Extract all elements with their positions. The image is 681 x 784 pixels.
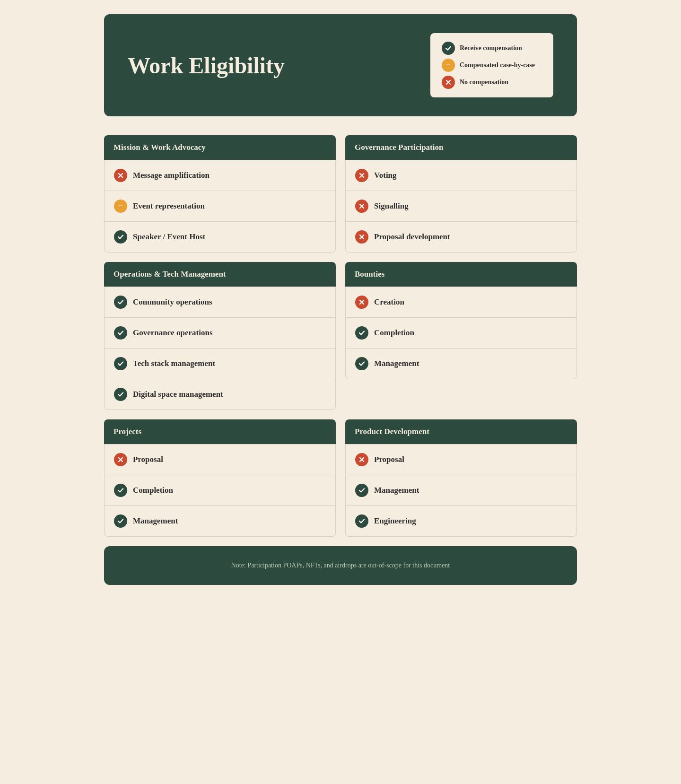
list-item-label: Management [374, 486, 419, 495]
check-icon [114, 357, 127, 370]
list-item: Proposal [345, 444, 577, 475]
list-item-label: Speaker / Event Host [133, 232, 205, 242]
list-item-label: Completion [374, 328, 414, 338]
list-item: Engineering [345, 506, 577, 537]
x-icon [355, 453, 368, 466]
x-icon [114, 453, 127, 466]
list-item-label: Management [133, 516, 178, 526]
list-item: −Event representation [104, 191, 336, 222]
list-item: Management [104, 506, 336, 537]
check-icon [114, 514, 127, 528]
section-projects: ProjectsProposalCompletionManagement [104, 419, 336, 537]
sections-grid-2: ProjectsProposalCompletionManagementProd… [104, 419, 577, 537]
legend-box: Receive compensation − Compensated case-… [430, 33, 553, 97]
list-item-label: Creation [374, 297, 404, 307]
check-icon [355, 484, 368, 497]
list-item: Digital space management [104, 379, 336, 410]
list-item: Tech stack management [104, 348, 336, 379]
section-header-bounties: Bounties [345, 262, 577, 287]
legend-x-label: No compensation [460, 78, 508, 86]
list-item: Community operations [104, 287, 336, 318]
list-item: Completion [104, 475, 336, 506]
section-items-projects: ProposalCompletionManagement [104, 444, 336, 537]
legend-item-x: No compensation [442, 76, 542, 89]
check-icon [114, 296, 127, 309]
list-item-label: Completion [133, 486, 173, 495]
list-item-label: Engineering [374, 516, 416, 526]
list-item-label: Message amplification [133, 171, 210, 180]
section-governance-participation: Governance ParticipationVotingSignalling… [345, 135, 577, 253]
section-items-mission-advocacy: Message amplification−Event representati… [104, 160, 336, 253]
section-operations-tech: Operations & Tech ManagementCommunity op… [104, 262, 336, 410]
list-item-label: Proposal [133, 455, 163, 464]
list-item: Message amplification [104, 160, 336, 191]
sections-grid-1: Mission & Work AdvocacyMessage amplifica… [104, 135, 577, 410]
list-item: Proposal [104, 444, 336, 475]
section-header-projects: Projects [104, 419, 336, 444]
page-title: Work Eligibility [128, 52, 285, 78]
list-item-label: Voting [374, 171, 397, 180]
x-icon [355, 200, 368, 213]
list-item-label: Digital space management [133, 390, 223, 399]
section-bounties: BountiesCreationCompletionManagement [345, 262, 577, 410]
section-product-development: Product DevelopmentProposalManagementEng… [345, 419, 577, 537]
legend-item-minus: − Compensated case-by-case [442, 59, 542, 72]
list-item-label: Management [374, 359, 419, 368]
x-icon [355, 169, 368, 182]
list-item-label: Tech stack management [133, 359, 215, 368]
section-header-product-development: Product Development [345, 419, 577, 444]
list-item: Creation [345, 287, 577, 318]
legend-minus-label: Compensated case-by-case [460, 61, 535, 69]
check-icon [114, 484, 127, 497]
section-header-governance-participation: Governance Participation [345, 135, 577, 160]
check-icon [355, 326, 368, 340]
list-item-label: Proposal [374, 455, 404, 464]
minus-icon: − [114, 200, 127, 213]
section-items-operations-tech: Community operationsGovernance operation… [104, 287, 336, 410]
legend-item-check: Receive compensation [442, 42, 542, 55]
x-icon [355, 296, 368, 309]
list-item: Management [345, 475, 577, 506]
x-icon [355, 230, 368, 244]
list-item: Signalling [345, 191, 577, 222]
footer-text: Note: Participation POAPs, NFTs, and air… [123, 560, 558, 571]
check-icon [114, 388, 127, 401]
header-card: Work Eligibility Receive compensation − … [104, 14, 577, 116]
check-icon [355, 514, 368, 528]
minus-icon: − [442, 59, 455, 72]
list-item: Proposal development [345, 222, 577, 253]
check-icon [442, 42, 455, 55]
footer-card: Note: Participation POAPs, NFTs, and air… [104, 546, 577, 585]
section-items-bounties: CreationCompletionManagement [345, 287, 577, 379]
section-items-product-development: ProposalManagementEngineering [345, 444, 577, 537]
list-item-label: Community operations [133, 297, 212, 307]
list-item-label: Signalling [374, 201, 409, 211]
list-item: Speaker / Event Host [104, 222, 336, 253]
list-item-label: Governance operations [133, 328, 213, 338]
x-icon [442, 76, 455, 89]
legend-check-label: Receive compensation [460, 44, 522, 52]
section-mission-advocacy: Mission & Work AdvocacyMessage amplifica… [104, 135, 336, 253]
x-icon [114, 169, 127, 182]
section-items-governance-participation: VotingSignallingProposal development [345, 160, 577, 253]
list-item-label: Proposal development [374, 232, 450, 242]
check-icon [114, 326, 127, 340]
list-item: Management [345, 348, 577, 379]
section-header-operations-tech: Operations & Tech Management [104, 262, 336, 287]
check-icon [114, 230, 127, 244]
list-item-label: Event representation [133, 201, 205, 211]
section-header-mission-advocacy: Mission & Work Advocacy [104, 135, 336, 160]
check-icon [355, 357, 368, 370]
list-item: Governance operations [104, 318, 336, 348]
list-item: Completion [345, 318, 577, 348]
list-item: Voting [345, 160, 577, 191]
